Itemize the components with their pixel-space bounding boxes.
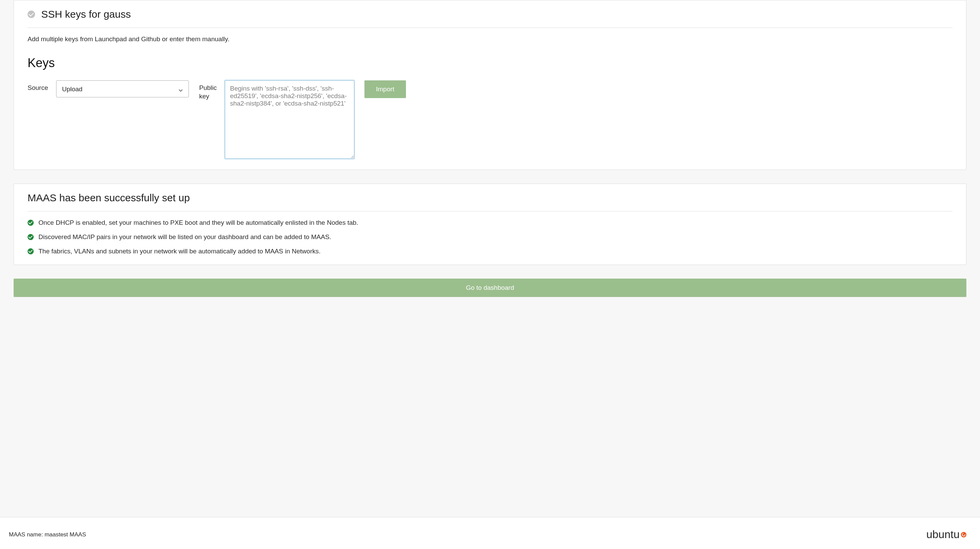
list-item: Discovered MAC/IP pairs in your network … — [27, 233, 953, 241]
maas-name-label: MAAS name: — [9, 531, 45, 538]
ssh-keys-card: SSH keys for gauss Add multiple keys fro… — [14, 0, 966, 170]
keys-heading: Keys — [27, 56, 953, 70]
check-icon — [27, 248, 34, 254]
list-item: Once DHCP is enabled, set your machines … — [27, 219, 953, 227]
source-group: Source Upload — [27, 80, 189, 97]
success-item-text: Discovered MAC/IP pairs in your network … — [38, 233, 331, 241]
source-select-wrap: Upload — [56, 80, 189, 97]
public-key-input[interactable] — [225, 80, 354, 159]
ssh-card-intro: Add multiple keys from Launchpad and Git… — [27, 35, 953, 43]
list-item: The fabrics, VLANs and subnets in your n… — [27, 247, 953, 255]
ubuntu-circle-icon — [961, 532, 966, 538]
check-icon — [27, 234, 34, 240]
ubuntu-wordmark: ubuntu — [926, 528, 959, 541]
footer: MAAS name: maastest MAAS ubuntu — [0, 517, 980, 549]
import-button[interactable]: Import — [364, 80, 406, 98]
success-title: MAAS has been successfully set up — [27, 192, 953, 212]
ubuntu-logo: ubuntu — [926, 528, 966, 541]
go-to-dashboard-button[interactable]: Go to dashboard — [14, 279, 966, 297]
success-item-text: Once DHCP is enabled, set your machines … — [38, 219, 358, 227]
success-item-text: The fabrics, VLANs and subnets in your n… — [38, 247, 321, 255]
source-select[interactable]: Upload — [56, 80, 189, 97]
ssh-card-title: SSH keys for gauss — [41, 8, 130, 20]
footer-left: MAAS name: maastest MAAS — [9, 531, 86, 538]
maas-name-value: maastest MAAS — [45, 531, 86, 538]
public-key-label: Public key — [199, 80, 217, 101]
source-label: Source — [27, 80, 48, 92]
public-key-group: Public key — [199, 80, 354, 159]
check-icon — [27, 220, 34, 226]
success-list: Once DHCP is enabled, set your machines … — [27, 219, 953, 255]
keys-form-row: Source Upload Public key Import — [27, 80, 953, 159]
check-icon — [27, 11, 35, 18]
success-card: MAAS has been successfully set up Once D… — [14, 184, 966, 265]
card-header: SSH keys for gauss — [27, 8, 953, 28]
